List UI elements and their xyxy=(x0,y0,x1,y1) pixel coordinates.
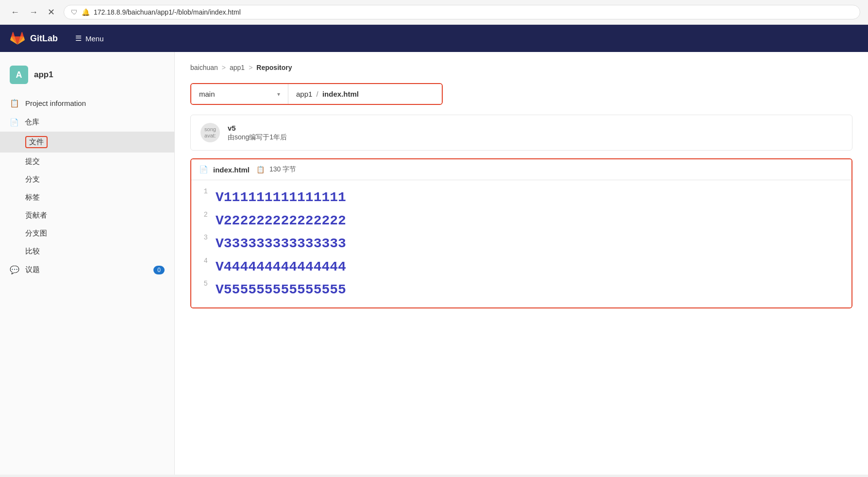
file-name: index.html xyxy=(213,166,250,174)
issues-badge: 0 xyxy=(153,266,165,274)
browser-chrome: ← → ✕ 🛡 🔔 172.18.8.9/baichuan/app1/-/blo… xyxy=(0,0,868,25)
line-number: 2 xyxy=(191,209,216,233)
copy-icon[interactable]: 📋 xyxy=(256,166,265,173)
sidebar-item-contributors[interactable]: 贡献者 xyxy=(0,206,174,224)
breadcrumb-baichuan[interactable]: baichuan xyxy=(190,64,218,71)
address-bar[interactable]: 🛡 🔔 172.18.8.9/baichuan/app1/-/blob/main… xyxy=(64,5,860,19)
issues-label: 议题 xyxy=(25,265,40,274)
repository-icon: 📄 xyxy=(10,118,19,127)
sidebar-item-branches[interactable]: 分支 xyxy=(0,170,174,188)
forward-button[interactable]: → xyxy=(26,5,41,19)
line-number: 5 xyxy=(191,278,216,302)
main-layout: A app1 📋 Project information 📄 仓库 文件 提交 … xyxy=(0,52,868,475)
compare-label: 比较 xyxy=(25,247,40,255)
sidebar-item-commits[interactable]: 提交 xyxy=(0,153,174,170)
table-row: 4 V444444444444444 xyxy=(191,256,851,279)
branch-path-selector: main ▾ app1 / index.html xyxy=(190,83,443,105)
table-row: 3 V333333333333333 xyxy=(191,232,851,256)
file-content: 1 V111111111111111 2 V222222222222222 3 … xyxy=(191,180,851,307)
tags-label: 标签 xyxy=(25,193,40,201)
project-info-icon: 📋 xyxy=(10,99,19,108)
branch-name: main xyxy=(199,90,215,98)
line-number: 3 xyxy=(191,232,216,256)
breadcrumb: baichuan > app1 > Repository xyxy=(190,64,852,71)
menu-icon: ☰ xyxy=(75,34,82,43)
file-viewer: 📄 index.html 📋 130 字节 1 V111111111111111… xyxy=(190,158,852,308)
sidebar-item-label: 仓库 xyxy=(25,118,39,127)
issues-icon: 💬 xyxy=(10,265,19,274)
commit-avatar: song avat: xyxy=(200,123,220,142)
breadcrumb-current: Repository xyxy=(256,64,292,71)
security-icon: 🛡 xyxy=(71,8,78,16)
line-code: V111111111111111 xyxy=(216,186,346,209)
line-number: 4 xyxy=(191,256,216,279)
back-button[interactable]: ← xyxy=(8,5,22,19)
commits-label: 提交 xyxy=(25,157,40,165)
nav-buttons: ← → ✕ xyxy=(8,5,58,19)
file-path: app1 / index.html xyxy=(288,84,442,104)
sidebar-item-repository[interactable]: 📄 仓库 xyxy=(0,113,174,132)
sidebar-item-compare[interactable]: 比较 xyxy=(0,242,174,260)
project-header[interactable]: A app1 xyxy=(0,60,174,94)
sidebar-item-issues[interactable]: 💬 议题 0 xyxy=(0,260,174,279)
sidebar-item-project-information[interactable]: 📋 Project information xyxy=(0,94,174,113)
close-button[interactable]: ✕ xyxy=(45,5,58,19)
gitlab-logo[interactable]: GitLab xyxy=(10,31,58,46)
line-code: V555555555555555 xyxy=(216,278,346,302)
path-app1: app1 xyxy=(296,90,312,98)
table-row: 2 V222222222222222 xyxy=(191,209,851,233)
breadcrumb-app1[interactable]: app1 xyxy=(230,64,245,71)
line-number: 1 xyxy=(191,186,216,209)
commit-description: 由song编写于1年后 xyxy=(228,133,287,142)
contributors-label: 贡献者 xyxy=(25,211,47,219)
gitlab-title: GitLab xyxy=(30,34,58,44)
dropdown-arrow-icon: ▾ xyxy=(277,91,280,98)
file-header: 📄 index.html 📋 130 字节 xyxy=(191,159,851,180)
project-avatar: A xyxy=(10,66,28,84)
sidebar: A app1 📋 Project information 📄 仓库 文件 提交 … xyxy=(0,52,175,475)
file-type-icon: 📄 xyxy=(199,165,208,174)
breadcrumb-sep-1: > xyxy=(222,64,226,71)
table-row: 5 V555555555555555 xyxy=(191,278,851,302)
file-size: 130 字节 xyxy=(269,165,296,174)
sidebar-item-label: Project information xyxy=(25,99,86,107)
sidebar-item-branch-graph[interactable]: 分支图 xyxy=(0,224,174,242)
branches-label: 分支 xyxy=(25,175,40,183)
main-content: baichuan > app1 > Repository main ▾ app1… xyxy=(175,52,868,475)
branch-dropdown[interactable]: main ▾ xyxy=(191,84,288,104)
table-row: 1 V111111111111111 xyxy=(191,186,851,209)
gitlab-fox-icon xyxy=(10,31,25,46)
commit-details: v5 由song编写于1年后 xyxy=(228,124,287,142)
gitlab-header: GitLab ☰ Menu xyxy=(0,25,868,52)
branch-graph-label: 分支图 xyxy=(25,229,47,237)
sidebar-item-tags[interactable]: 标签 xyxy=(0,188,174,206)
line-code: V444444444444444 xyxy=(216,256,346,279)
menu-button[interactable]: ☰ Menu xyxy=(75,34,104,43)
breadcrumb-sep-2: > xyxy=(249,64,252,71)
files-label: 文件 xyxy=(25,136,48,148)
line-code: V222222222222222 xyxy=(216,209,346,233)
path-separator: / xyxy=(317,90,318,98)
alert-icon: 🔔 xyxy=(82,8,90,16)
path-filename: index.html xyxy=(322,90,359,98)
avatar-text: song avat: xyxy=(200,126,220,139)
address-text: 172.18.8.9/baichuan/app1/-/blob/main/ind… xyxy=(94,8,241,16)
commit-version: v5 xyxy=(228,124,287,132)
sidebar-item-files[interactable]: 文件 xyxy=(0,132,174,153)
commit-info: song avat: v5 由song编写于1年后 xyxy=(190,115,852,151)
line-code: V333333333333333 xyxy=(216,232,346,256)
menu-label: Menu xyxy=(85,34,104,43)
project-name: app1 xyxy=(34,70,53,80)
